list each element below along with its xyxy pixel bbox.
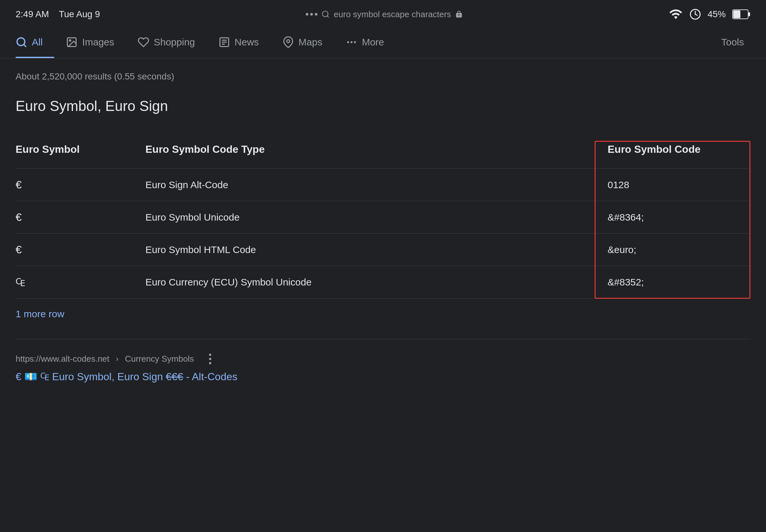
- more-tab-icon: [346, 36, 357, 48]
- url-section: https://www.alt-codes.net › Currency Sym…: [16, 339, 750, 383]
- result-title-strikethrough: €€€: [166, 371, 183, 382]
- cell-symbol-3: ₠: [16, 266, 145, 298]
- time-icon: [689, 8, 701, 20]
- svg-point-12: [347, 41, 349, 43]
- cell-symbol-1: €: [16, 201, 145, 233]
- menu-dot: [209, 354, 211, 356]
- results-count: About 2,520,000 results (0.55 seconds): [16, 71, 750, 82]
- table-header: Euro Symbol Euro Symbol Code Type Euro S…: [16, 130, 750, 169]
- tab-more-label: More: [362, 37, 384, 48]
- svg-rect-3: [748, 12, 750, 16]
- table-row: € Euro Sign Alt-Code 0128: [16, 169, 750, 201]
- tab-shopping[interactable]: Shopping: [126, 26, 207, 58]
- lock-icon: [455, 10, 463, 18]
- dot-1: [306, 13, 308, 16]
- wifi-icon: [669, 9, 683, 19]
- svg-point-13: [350, 41, 352, 43]
- tab-maps-label: Maps: [298, 37, 322, 48]
- col-header-code-type: Euro Symbol Code Type: [145, 137, 595, 162]
- nav-tabs: All Images Shopping News Maps: [0, 26, 766, 58]
- main-content: About 2,520,000 results (0.55 seconds) E…: [0, 58, 766, 396]
- cell-code-type-2: Euro Symbol HTML Code: [145, 235, 595, 265]
- tab-news[interactable]: News: [207, 26, 271, 58]
- tab-shopping-label: Shopping: [154, 37, 195, 48]
- cell-code-type-1: Euro Symbol Unicode: [145, 202, 595, 233]
- svg-point-7: [69, 40, 71, 41]
- cell-code-1: &#8364;: [595, 202, 750, 233]
- tab-more[interactable]: More: [334, 26, 396, 58]
- svg-rect-4: [733, 10, 740, 18]
- col-header-code: Euro Symbol Code: [595, 137, 750, 162]
- battery-icon: [732, 9, 750, 19]
- status-date: Tue Aug 9: [59, 9, 100, 19]
- status-bar: 2:49 AM Tue Aug 9 euro symbol escape cha…: [0, 0, 766, 26]
- cell-code-3: &#8352;: [595, 267, 750, 297]
- table-body: € Euro Sign Alt-Code 0128 € Euro Symbol …: [16, 169, 750, 299]
- tab-maps[interactable]: Maps: [271, 26, 334, 58]
- url-separator: ›: [116, 354, 118, 363]
- cell-code-type-3: Euro Currency (ECU) Symbol Unicode: [145, 267, 595, 297]
- more-row-link[interactable]: 1 more row: [16, 308, 750, 320]
- tab-news-label: News: [235, 37, 259, 48]
- images-tab-icon: [66, 36, 78, 48]
- menu-dot: [209, 358, 211, 360]
- cell-code-2: &euro;: [595, 235, 750, 265]
- shopping-tab-icon: [138, 36, 149, 48]
- tab-images-label: Images: [82, 37, 114, 48]
- status-right: 45%: [669, 8, 750, 20]
- table-row: € Euro Symbol HTML Code &euro;: [16, 234, 750, 266]
- tab-all[interactable]: All: [16, 26, 54, 58]
- menu-dot: [209, 362, 211, 364]
- browser-dots: [306, 13, 317, 16]
- news-tab-icon: [218, 36, 230, 48]
- url-domain: https://www.alt-codes.net: [16, 354, 109, 364]
- url-menu-button[interactable]: [203, 352, 216, 365]
- result-title[interactable]: € 💶 ₠ Euro Symbol, Euro Sign €€€ - Alt-C…: [16, 370, 750, 383]
- url-line: https://www.alt-codes.net › Currency Sym…: [16, 352, 750, 365]
- dot-3: [315, 13, 317, 16]
- tab-all-label: All: [32, 37, 43, 48]
- cell-code-type-0: Euro Sign Alt-Code: [145, 170, 595, 200]
- tab-tools-label: Tools: [721, 37, 744, 47]
- status-time: 2:49 AM: [16, 9, 49, 19]
- tab-tools[interactable]: Tools: [715, 37, 750, 48]
- search-query: euro symbol escape characters: [334, 9, 451, 19]
- featured-title: Euro Symbol, Euro Sign: [16, 98, 750, 114]
- dot-2: [310, 13, 313, 16]
- url-path: Currency Symbols: [125, 354, 194, 364]
- search-bar-status[interactable]: euro symbol escape characters: [321, 9, 463, 19]
- table-row: € Euro Symbol Unicode &#8364;: [16, 201, 750, 234]
- cell-code-0: 0128: [595, 170, 750, 200]
- search-tab-icon: [16, 36, 27, 48]
- table-row: ₠ Euro Currency (ECU) Symbol Unicode &#8…: [16, 266, 750, 299]
- col-header-symbol: Euro Symbol: [16, 137, 145, 162]
- table-wrapper: Euro Symbol Euro Symbol Code Type Euro S…: [16, 130, 750, 299]
- maps-tab-icon: [282, 36, 294, 48]
- svg-point-14: [354, 41, 356, 43]
- status-time-date: 2:49 AM Tue Aug 9: [16, 9, 100, 19]
- svg-point-11: [286, 40, 289, 42]
- status-center: euro symbol escape characters: [306, 9, 463, 19]
- tab-images[interactable]: Images: [54, 26, 126, 58]
- search-icon: [321, 10, 330, 18]
- cell-symbol-0: €: [16, 169, 145, 201]
- svg-point-0: [322, 11, 328, 17]
- battery-level: 45%: [708, 9, 726, 19]
- cell-symbol-2: €: [16, 234, 145, 266]
